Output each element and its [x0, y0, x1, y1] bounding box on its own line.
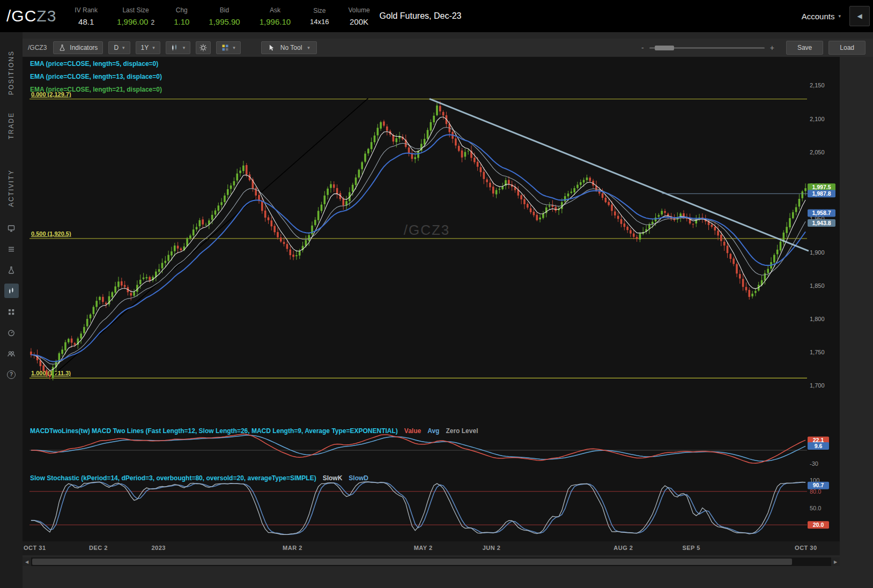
chart-icon[interactable] [4, 284, 19, 298]
people-icon[interactable] [4, 346, 19, 361]
cursor-icon [268, 44, 275, 51]
svg-text:1,987.8: 1,987.8 [812, 190, 831, 197]
svg-text:1,750: 1,750 [810, 349, 825, 355]
flask-icon [58, 44, 66, 51]
slider-thumb[interactable] [655, 46, 674, 50]
bid-label: Bid [220, 6, 229, 14]
scrollbar-thumb[interactable] [32, 559, 792, 565]
timeframe-value: D [114, 44, 119, 51]
iv-rank-field: IV Rank 48.1 [75, 6, 98, 26]
save-button[interactable]: Save [786, 41, 823, 55]
chevron-down-icon: ▾ [183, 45, 186, 50]
chevron-down-icon: ▾ [152, 45, 155, 50]
sidebar-tab-trade[interactable]: TRADE [8, 112, 15, 139]
indicators-label: Indicators [70, 44, 98, 51]
chart-workspace: /GCZ3 Indicators D ▾ 1Y ▾ ▾ ▾ No Tool ▾ [23, 32, 873, 588]
symbol-title[interactable]: /GCZ3 [6, 7, 56, 25]
gauge-icon[interactable] [4, 325, 19, 340]
x-axis-label: OCT 30 [795, 545, 817, 551]
svg-text:1,900: 1,900 [810, 249, 825, 256]
volume-value: 200K [350, 17, 368, 26]
chart-grid-dropdown[interactable]: ▾ [216, 41, 241, 54]
x-axis-label: 2023 [151, 545, 165, 551]
flask-icon[interactable] [4, 263, 19, 277]
svg-text:1,700: 1,700 [810, 382, 825, 389]
svg-text:1.000 (1,711.3): 1.000 (1,711.3) [31, 370, 71, 376]
scroll-right-arrow[interactable]: ▶ [831, 557, 840, 566]
chevron-down-icon: ▾ [122, 45, 125, 50]
svg-text:-30: -30 [810, 460, 818, 467]
svg-text:0.500 (1,920.5): 0.500 (1,920.5) [31, 230, 71, 237]
symbol-root: /GC [6, 7, 36, 25]
timeframe-dropdown[interactable]: D ▾ [108, 41, 130, 54]
scrollbar-track[interactable] [31, 557, 831, 566]
sidebar-icon-strip: ? [4, 221, 19, 382]
chevron-left-icon: ◀ [857, 12, 862, 20]
chg-value: 1.10 [174, 17, 189, 26]
accounts-label: Accounts [802, 12, 835, 21]
svg-text:1,800: 1,800 [810, 316, 825, 322]
svg-text:1,943.8: 1,943.8 [812, 220, 831, 226]
svg-text:50.0: 50.0 [810, 505, 821, 511]
gear-icon [199, 43, 208, 52]
chart-scrollbar[interactable]: ◀ ▶ [23, 557, 840, 566]
sidebar-tab-positions[interactable]: POSITIONS [8, 50, 15, 95]
indicators-button[interactable]: Indicators [53, 41, 103, 54]
chart-settings-button[interactable] [196, 41, 211, 54]
top-quote-bar: /GCZ3 IV Rank 48.1 Last Size 1,996.002 C… [0, 0, 873, 32]
price-chart-canvas[interactable]: /GCZ30.000 (2,129.7)0.500 (1,920.5)1.000… [23, 57, 873, 426]
zoom-out-button[interactable]: - [641, 43, 644, 52]
stoch-chart-canvas[interactable]: 10080.050.090.720.0 [23, 473, 873, 541]
last-trade-size: 2 [151, 19, 154, 26]
time-zoom-slider[interactable] [649, 47, 765, 49]
bid-field: Bid 1,995.90 [209, 6, 240, 26]
macd-chart-canvas[interactable]: -3022.19.6 [23, 426, 873, 473]
question-mark: ? [7, 370, 16, 379]
symbol-suffix: Z3 [36, 7, 56, 25]
chevron-down-icon: ▾ [307, 45, 310, 50]
svg-text:0.000 (2,129.7): 0.000 (2,129.7) [31, 91, 71, 98]
volume-label: Volume [349, 6, 370, 14]
svg-text:/GCZ3: /GCZ3 [404, 222, 450, 238]
iv-rank-value: 48.1 [78, 17, 94, 26]
drawing-tool-label: No Tool [280, 44, 302, 51]
zoom-in-button[interactable]: + [770, 43, 774, 52]
chg-field: Chg 1.10 [174, 6, 189, 26]
svg-text:1,850: 1,850 [810, 282, 825, 289]
range-dropdown[interactable]: 1Y ▾ [136, 41, 160, 54]
help-icon[interactable]: ? [4, 367, 19, 382]
monitor-icon[interactable] [4, 221, 19, 235]
collapse-panel-button[interactable]: ◀ [849, 6, 870, 26]
scroll-left-arrow[interactable]: ◀ [23, 557, 31, 566]
chart-type-dropdown[interactable]: ▾ [166, 41, 191, 54]
x-axis-label: SEP 5 [682, 545, 700, 551]
svg-text:1,958.7: 1,958.7 [812, 210, 831, 216]
accounts-menu[interactable]: Accounts ▾ [802, 12, 841, 21]
svg-text:1,997.5: 1,997.5 [812, 184, 831, 190]
svg-text:9.6: 9.6 [815, 443, 823, 449]
toolbar-symbol-label: /GCZ3 [28, 44, 47, 51]
ask-value: 1,996.10 [260, 17, 291, 26]
svg-text:90.7: 90.7 [813, 482, 824, 488]
x-axis-label: DEC 2 [89, 545, 108, 551]
list-icon[interactable] [4, 242, 19, 256]
chart-toolbar: /GCZ3 Indicators D ▾ 1Y ▾ ▾ ▾ No Tool ▾ [23, 39, 873, 57]
stoch-pane: 10080.050.090.720.0 Slow Stochastic (kPe… [23, 473, 873, 541]
last-value: 1,996.00 [117, 17, 148, 26]
ask-label: Ask [270, 6, 280, 14]
x-axis-label: JUN 2 [483, 545, 501, 551]
x-axis-label: OCT 31 [24, 545, 46, 551]
multi-chart-grid-icon [221, 44, 229, 51]
time-axis: OCT 31DEC 22023MAR 2MAY 2JUN 2AUG 2SEP 5… [23, 541, 840, 555]
grid-icon[interactable] [4, 304, 19, 319]
size-value: 14x16 [310, 18, 329, 26]
bid-value: 1,995.90 [209, 17, 240, 26]
drawing-tool-dropdown[interactable]: No Tool ▾ [261, 41, 317, 54]
chart-stack: /GCZ30.000 (2,129.7)0.500 (1,920.5)1.000… [23, 57, 873, 566]
price-pane: /GCZ30.000 (2,129.7)0.500 (1,920.5)1.000… [23, 57, 873, 426]
load-button[interactable]: Load [828, 41, 865, 55]
sidebar-tab-activity[interactable]: ACTIVITY [8, 169, 15, 207]
range-value: 1Y [141, 44, 149, 51]
x-axis-label: MAY 2 [414, 545, 433, 551]
ask-field: Ask 1,996.10 [260, 6, 291, 26]
